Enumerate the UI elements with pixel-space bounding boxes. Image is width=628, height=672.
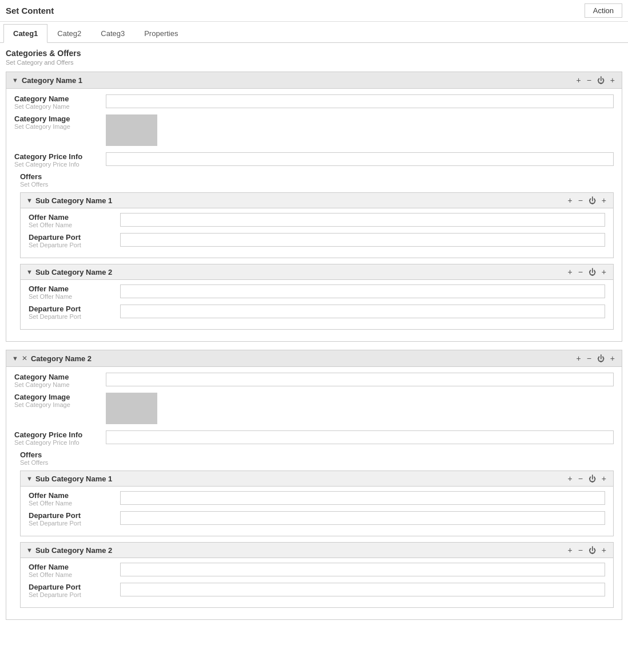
- offer-name-sublabel-2: Set Offer Name: [29, 293, 120, 300]
- sub-1-2-add-before-button[interactable]: +: [566, 267, 573, 276]
- departure-port-sublabel-2: Set Departure Port: [29, 313, 120, 320]
- departure-port-sublabel: Set Departure Port: [29, 242, 120, 248]
- sub-2-1-add-before-button[interactable]: +: [566, 474, 573, 483]
- category-image-label: Category Image: [14, 114, 106, 123]
- sub-2-1-offer-name-input[interactable]: [120, 491, 605, 505]
- category-1-power-button[interactable]: ⏻: [596, 76, 606, 85]
- sub-1-2-add-after-button[interactable]: +: [601, 267, 607, 276]
- sub-category-1-1-body: Offer Name Set Offer Name Departure Port…: [21, 208, 613, 258]
- category-2-name-sublabel: Set Category Name: [14, 381, 106, 388]
- departure-port-label: Departure Port: [29, 233, 120, 242]
- sub-2-1-power-button[interactable]: ⏻: [587, 475, 597, 483]
- category-2-remove-button[interactable]: −: [586, 354, 593, 363]
- category-2-price-input[interactable]: [106, 430, 614, 444]
- category-2-header-left: ▼ ✕ Category Name 2: [12, 354, 92, 363]
- category-1-image-placeholder[interactable]: [106, 114, 157, 146]
- action-button[interactable]: Action: [585, 3, 622, 18]
- header-bar: Set Content Action: [0, 0, 628, 22]
- sub-category-2-2-controls: + − ⏻ +: [566, 545, 607, 555]
- sub-2-2-offer-label: Offer Name: [29, 563, 120, 571]
- category-1-price-row: Category Price Info Set Category Price I…: [14, 152, 614, 168]
- offer-name-label-2: Offer Name: [29, 284, 120, 293]
- category-2-price-label: Category Price Info: [14, 430, 106, 439]
- sub-category-2-1-header: ▼ Sub Category Name 1 + − ⏻ +: [21, 471, 613, 487]
- sub-1-1-offer-name-input[interactable]: [120, 213, 605, 227]
- sub-chevron-1-2-icon[interactable]: ▼: [26, 268, 33, 275]
- sub-1-2-offer-name-row: Offer Name Set Offer Name: [29, 284, 605, 300]
- tab-categ3[interactable]: Categ3: [91, 24, 134, 43]
- sub-2-2-offer-name-row: Offer Name Set Offer Name: [29, 563, 605, 578]
- category-name-sublabel: Set Category Name: [14, 103, 106, 110]
- category-price-label: Category Price Info: [14, 152, 106, 161]
- sub-chevron-1-1-icon[interactable]: ▼: [26, 197, 33, 204]
- category-1-offers-section: Offers Set Offers ▼ Sub Category Name 1 …: [20, 172, 614, 330]
- sub-2-1-offer-sublabel: Set Offer Name: [29, 500, 120, 507]
- section-subtitle: Set Category and Offers: [6, 59, 622, 66]
- sub-1-1-power-button[interactable]: ⏻: [587, 196, 597, 205]
- sub-2-2-departure-label: Departure Port: [29, 583, 120, 591]
- category-1-body: Category Name Set Category Name Category…: [6, 89, 622, 341]
- chevron-down-icon[interactable]: ▼: [12, 77, 18, 84]
- sub-2-2-offer-name-input[interactable]: [120, 563, 605, 576]
- sub-category-1-2-body: Offer Name Set Offer Name Departure Port…: [21, 280, 613, 329]
- sub-2-1-remove-button[interactable]: −: [577, 474, 584, 483]
- sub-chevron-2-2-icon[interactable]: ▼: [26, 547, 33, 554]
- sub-1-2-departure-row: Departure Port Set Departure Port: [29, 305, 605, 320]
- sub-2-2-remove-button[interactable]: −: [577, 545, 584, 555]
- departure-port-label-2: Departure Port: [29, 305, 120, 313]
- category-1-add-after-button[interactable]: +: [609, 76, 616, 85]
- category-2-chevron-icon[interactable]: ▼: [12, 355, 18, 362]
- category-1-price-input[interactable]: [106, 152, 614, 166]
- tab-categ1[interactable]: Categ1: [3, 24, 47, 43]
- sub-category-2-1-controls: + − ⏻ +: [566, 474, 607, 483]
- category-2-price-sublabel: Set Category Price Info: [14, 439, 106, 446]
- offers-2-label: Offers: [20, 450, 614, 459]
- sub-1-1-add-before-button[interactable]: +: [566, 196, 573, 205]
- category-2-image-row: Category Image Set Category Image: [14, 393, 614, 426]
- category-2-add-before-button[interactable]: +: [575, 354, 582, 363]
- offer-name-sublabel: Set Offer Name: [29, 222, 120, 228]
- tab-properties[interactable]: Properties: [134, 24, 188, 43]
- category-price-sublabel: Set Category Price Info: [14, 161, 106, 168]
- category-2-image-placeholder[interactable]: [106, 393, 157, 424]
- sub-2-2-departure-input[interactable]: [120, 583, 605, 596]
- sub-1-1-remove-button[interactable]: −: [577, 196, 584, 205]
- sub-1-2-remove-button[interactable]: −: [577, 267, 584, 276]
- sub-1-2-power-button[interactable]: ⏻: [587, 268, 597, 276]
- category-2-power-button[interactable]: ⏻: [596, 354, 606, 363]
- sub-1-1-add-after-button[interactable]: +: [601, 196, 607, 205]
- sub-2-2-offer-sublabel: Set Offer Name: [29, 571, 120, 578]
- category-block-1: ▼ Category Name 1 + − ⏻ + Category Name …: [6, 72, 622, 342]
- category-2-add-after-button[interactable]: +: [609, 354, 616, 363]
- category-1-name-row: Category Name Set Category Name: [14, 94, 614, 110]
- sub-2-1-add-after-button[interactable]: +: [601, 474, 607, 483]
- tabs-bar: Categ1 Categ2 Categ3 Properties: [0, 24, 628, 43]
- tab-categ2[interactable]: Categ2: [47, 24, 91, 43]
- sub-category-1-1-title: Sub Category Name 1: [35, 196, 112, 205]
- category-2-name-input[interactable]: [106, 373, 614, 386]
- sub-chevron-2-1-icon[interactable]: ▼: [26, 475, 33, 482]
- sub-category-1-2-header: ▼ Sub Category Name 2 + − ⏻ +: [21, 264, 613, 280]
- sub-category-1-1-header: ▼ Sub Category Name 1 + − ⏻ +: [21, 193, 613, 208]
- category-2-x-icon[interactable]: ✕: [22, 354, 27, 362]
- category-1-add-before-button[interactable]: +: [575, 76, 582, 85]
- sub-2-1-departure-input[interactable]: [120, 511, 605, 525]
- category-2-offers-section: Offers Set Offers ▼ Sub Category Name 1 …: [20, 450, 614, 608]
- sub-1-1-offer-name-row: Offer Name Set Offer Name: [29, 213, 605, 228]
- sub-category-1-1-controls: + − ⏻ +: [566, 196, 607, 205]
- sub-2-2-add-before-button[interactable]: +: [566, 545, 573, 555]
- category-2-image-label: Category Image: [14, 393, 106, 401]
- sub-1-2-offer-name-input[interactable]: [120, 284, 605, 298]
- category-1-name-input[interactable]: [106, 94, 614, 108]
- sub-category-1-2-block: ▼ Sub Category Name 2 + − ⏻ +: [20, 264, 614, 330]
- sub-2-1-offer-label: Offer Name: [29, 491, 120, 500]
- sub-1-1-departure-input[interactable]: [120, 233, 605, 247]
- sub-1-2-departure-input[interactable]: [120, 305, 605, 318]
- category-1-remove-button[interactable]: −: [586, 76, 593, 85]
- category-2-body: Category Name Set Category Name Category…: [6, 367, 622, 619]
- sub-2-1-departure-label: Departure Port: [29, 511, 120, 520]
- sub-category-2-1-title: Sub Category Name 1: [35, 475, 112, 483]
- sub-2-2-power-button[interactable]: ⏻: [587, 546, 597, 555]
- sub-2-2-add-after-button[interactable]: +: [601, 545, 607, 555]
- main-content: Categories & Offers Set Category and Off…: [0, 43, 628, 634]
